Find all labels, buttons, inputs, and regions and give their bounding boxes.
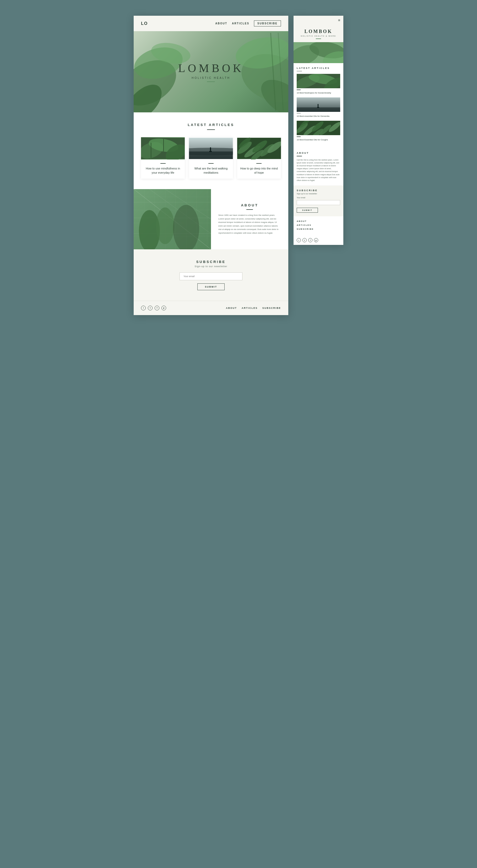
mobile-article-item-1[interactable]: 10 Best Nootropics for Social Anxiety: [297, 74, 340, 94]
article-card-body-1: How to use mindfullness in your everyday…: [141, 159, 185, 179]
mobile-instagram-icon[interactable]: i: [297, 238, 301, 242]
mobile-facebook-icon[interactable]: f: [308, 238, 312, 242]
svg-rect-18: [210, 147, 211, 151]
mobile-hero: LOMBOK HOLISTIC HEALTH & MORE: [294, 25, 343, 42]
article-image-1: [141, 137, 185, 159]
subscribe-button[interactable]: SUBMIT: [197, 283, 225, 290]
email-input[interactable]: [180, 272, 242, 280]
svg-rect-48: [318, 104, 319, 107]
about-divider: [246, 209, 253, 210]
about-title: ABOUT: [218, 203, 281, 207]
article-image-3: [237, 137, 281, 159]
mobile-about-section: ABOUT Call Me Old is a blog from the ear…: [294, 148, 343, 185]
mobile-pinterest-icon[interactable]: p: [314, 238, 318, 242]
mobile-panel: ≡ LOMBOK HOLISTIC HEALTH & MORE LATEST A…: [294, 16, 343, 245]
mobile-email-input[interactable]: [297, 200, 340, 205]
mobile-article-divider-2: [297, 113, 301, 114]
mobile-subscribe-subtitle: Sign-up to our newsletter: [297, 193, 340, 195]
mobile-footer-social: i t f p: [294, 236, 343, 245]
svg-point-36: [156, 208, 174, 244]
mobile-article-image-3: [297, 121, 340, 135]
footer-nav: ABOUT ARTICLES SUBSCRIBE: [226, 307, 281, 309]
card-divider-2: [208, 163, 214, 164]
mobile-article-divider-1: [297, 90, 301, 90]
subscribe-subtitle: Sign-up to our newsletter: [141, 265, 281, 268]
mobile-hero-image: [294, 42, 343, 63]
mobile-subscribe-section: SUBSCRIBE Sign-up to our newsletter Your…: [294, 185, 343, 216]
desktop-panel: LO ABOUT ARTICLES SUBSCRIBE LOMBOK HOLIS…: [134, 16, 288, 315]
mobile-articles-divider: [297, 71, 302, 71]
main-nav: ABOUT ARTICLES SUBSCRIBE: [215, 21, 281, 27]
mobile-header: ≡: [294, 16, 343, 25]
mobile-article-title-3: 10 Best Essential Oils for Coughs: [297, 138, 340, 141]
twitter-icon[interactable]: t: [148, 306, 152, 310]
article-card-3[interactable]: How to go deep into the mind of hope: [237, 137, 281, 179]
site-footer: i t f p ABOUT ARTICLES SUBSCRIBE: [134, 301, 288, 315]
article-title-3: How to go deep into the mind of hope: [240, 166, 278, 175]
hero-divider: [207, 82, 215, 82]
footer-nav-subscribe[interactable]: SUBSCRIBE: [262, 307, 281, 309]
mobile-article-title-2: 10 Best essential Oils for Dementia: [297, 115, 340, 118]
article-title-2: What are the best walking meditations: [192, 166, 230, 175]
articles-grid: How to use mindfullness in your everyday…: [141, 137, 281, 179]
nav-about[interactable]: ABOUT: [215, 22, 228, 25]
mobile-article-image-2: [297, 97, 340, 112]
subscribe-title: SUBSCRIBE: [141, 260, 281, 264]
mobile-hero-divider: [316, 38, 321, 39]
svg-rect-19: [209, 151, 212, 152]
about-text: Since 1891 we have created is a blog fro…: [218, 214, 281, 235]
article-card-1[interactable]: How to use mindfullness in your everyday…: [141, 137, 185, 179]
articles-section-divider: [207, 129, 215, 130]
subscribe-section: SUBSCRIBE Sign-up to our newsletter SUBM…: [134, 249, 288, 301]
mobile-about-title: ABOUT: [297, 152, 340, 154]
article-title-1: How to use mindfullness in your everyday…: [144, 166, 182, 175]
mobile-email-label: Your email: [297, 197, 340, 198]
about-content: ABOUT Since 1891 we have created is a bl…: [211, 189, 288, 249]
articles-section-title: LATEST ARTICLES: [141, 123, 281, 127]
nav-subscribe-button[interactable]: SUBSCRIBE: [254, 21, 281, 27]
article-card-body-3: How to go deep into the mind of hope: [237, 159, 281, 179]
mobile-about-text: Call Me Old is a blog from the earliest …: [297, 158, 340, 182]
mobile-twitter-icon[interactable]: t: [302, 238, 307, 242]
mobile-brand-subtitle: HOLISTIC HEALTH & MORE: [297, 35, 340, 37]
mobile-article-item-3[interactable]: 10 Best Essential Oils for Coughs: [297, 121, 340, 141]
facebook-icon[interactable]: f: [155, 306, 159, 310]
nav-articles[interactable]: ARTICLES: [232, 22, 249, 25]
mobile-footer-subscribe[interactable]: SUBSCRIBE: [297, 228, 340, 230]
mobile-submit-button[interactable]: SUBMIT: [297, 208, 318, 213]
mobile-article-title-1: 10 Best Nootropics for Social Anxiety: [297, 91, 340, 94]
instagram-icon[interactable]: i: [141, 306, 146, 310]
mobile-footer-nav: ABOUT ARTICLES SUBSCRIBE: [294, 216, 343, 236]
hamburger-icon[interactable]: ≡: [338, 18, 340, 22]
site-logo: LO: [141, 21, 148, 26]
footer-nav-about[interactable]: ABOUT: [226, 307, 237, 309]
hero-title: LOMBOK: [178, 62, 244, 75]
mobile-article-divider-3: [297, 136, 301, 137]
mobile-about-divider: [297, 156, 302, 156]
mobile-footer-articles[interactable]: ARTICLES: [297, 224, 340, 226]
mobile-articles-title: LATEST ARTICLES: [297, 67, 340, 69]
mobile-subscribe-title: SUBSCRIBE: [297, 189, 340, 192]
pinterest-icon[interactable]: p: [161, 306, 166, 310]
svg-rect-49: [317, 107, 319, 108]
mobile-article-item-2[interactable]: 10 Best essential Oils for Dementia: [297, 97, 340, 118]
about-image: [134, 189, 211, 249]
mobile-brand-title: LOMBOK: [297, 29, 340, 34]
hero-text: LOMBOK HOLISTIC HEALTH: [178, 62, 244, 82]
footer-nav-articles[interactable]: ARTICLES: [242, 307, 258, 309]
card-divider-3: [256, 163, 262, 164]
hero-subtitle: HOLISTIC HEALTH: [178, 76, 244, 80]
about-section: ABOUT Since 1891 we have created is a bl…: [134, 189, 288, 249]
svg-rect-47: [297, 107, 340, 112]
articles-section: LATEST ARTICLES: [134, 112, 288, 189]
hero-section: LOMBOK HOLISTIC HEALTH: [134, 31, 288, 112]
article-card-2[interactable]: What are the best walking meditations: [189, 137, 233, 179]
site-header: LO ABOUT ARTICLES SUBSCRIBE: [134, 16, 288, 31]
mobile-articles-section: LATEST ARTICLES 10 Best Nootropics for S…: [294, 63, 343, 148]
footer-social: i t f p: [141, 306, 166, 310]
leaves-image-icon: [141, 137, 185, 159]
mobile-article-image-1: [297, 74, 340, 88]
article-card-body-2: What are the best walking meditations: [189, 159, 233, 179]
mobile-footer-about[interactable]: ABOUT: [297, 220, 340, 222]
article-image-2: [189, 137, 233, 159]
